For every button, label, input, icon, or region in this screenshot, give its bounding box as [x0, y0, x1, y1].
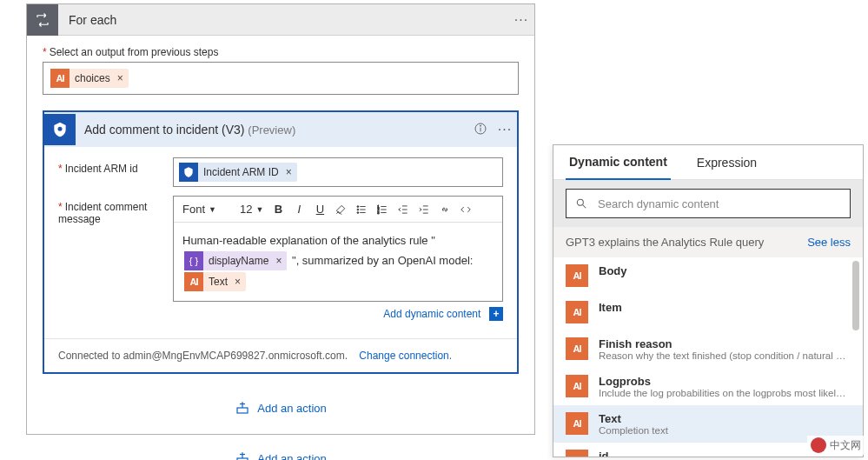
bold-icon[interactable]: B: [268, 200, 288, 219]
underline-icon[interactable]: U: [310, 200, 329, 219]
dynamic-item-subtitle: Reason why the text finished (stop condi…: [599, 350, 851, 361]
svg-line-29: [583, 205, 586, 209]
openai-icon: AI: [566, 337, 588, 360]
add-action-button[interactable]: Add an action: [235, 400, 327, 416]
bullet-list-icon[interactable]: [352, 200, 371, 219]
svg-point-0: [58, 127, 63, 131]
scrollbar[interactable]: [851, 261, 861, 453]
dynamic-content-item[interactable]: AIBody: [553, 257, 863, 294]
change-connection-link[interactable]: Change connection.: [359, 350, 452, 362]
openai-icon: AI: [566, 301, 588, 323]
openai-icon: AI: [566, 412, 588, 435]
openai-icon: AI: [566, 450, 588, 457]
php-logo-icon: [811, 437, 826, 453]
kebab-menu-icon[interactable]: ···: [508, 12, 534, 28]
close-icon[interactable]: ×: [233, 273, 246, 290]
see-less-link[interactable]: See less: [807, 236, 851, 249]
add-step-icon: [235, 450, 250, 460]
close-icon[interactable]: ×: [284, 166, 297, 178]
plus-icon[interactable]: +: [489, 307, 503, 321]
token-text[interactable]: AI Text ×: [184, 272, 246, 291]
rte-content[interactable]: Human-readable explanation of the analyt…: [174, 223, 502, 301]
loop-icon: [27, 4, 58, 36]
arm-id-label: *Incident ARM id: [58, 157, 162, 187]
dynamic-item-subtitle: Include the log probabilities on the log…: [599, 388, 851, 398]
add-action-button[interactable]: Add an action: [235, 450, 327, 460]
action-card: Add comment to incident (V3) (Preview) ·…: [43, 110, 519, 374]
arm-id-field[interactable]: Incident ARM ID ×: [173, 157, 503, 187]
svg-point-8: [357, 211, 359, 213]
rte-toolbar: Font▼ 12▼ B I U 123: [174, 197, 502, 223]
rte-box: Font▼ 12▼ B I U 123: [173, 196, 503, 302]
dynamic-content-panel: Dynamic content Expression GPT3 explains…: [553, 144, 864, 457]
add-step-icon: [235, 400, 250, 416]
dynamic-content-item[interactable]: AIFinish reasonReason why the text finis…: [553, 330, 863, 368]
link-icon[interactable]: [435, 200, 454, 219]
dynamic-item-title: Body: [599, 264, 851, 277]
dynamic-item-title: Text: [599, 412, 851, 425]
outdent-icon[interactable]: [394, 200, 413, 219]
svg-point-3: [480, 125, 480, 126]
close-icon[interactable]: ×: [274, 252, 287, 270]
dynamic-item-title: Item: [599, 301, 851, 314]
indent-icon[interactable]: [414, 200, 434, 219]
token-choices[interactable]: AI choices ×: [50, 69, 129, 88]
dynamic-item-title: Finish reason: [599, 337, 851, 350]
select-output-field[interactable]: AI choices ×: [43, 62, 519, 95]
action-title: Add comment to incident (V3) (Preview): [76, 123, 468, 137]
dynamic-content-item[interactable]: AIItem: [553, 294, 863, 330]
foreach-header[interactable]: For each ···: [27, 4, 534, 36]
font-family-dropdown[interactable]: Font▼: [179, 200, 235, 219]
number-list-icon[interactable]: 123: [373, 200, 392, 219]
expression-icon: { }: [184, 251, 203, 270]
svg-point-6: [357, 209, 359, 210]
sentinel-icon: [44, 114, 76, 145]
svg-point-28: [577, 199, 583, 205]
svg-point-4: [357, 205, 359, 207]
select-output-label: *Select an output from previous steps: [43, 46, 519, 58]
action-header[interactable]: Add comment to incident (V3) (Preview) ·…: [44, 112, 517, 147]
dynamic-content-item[interactable]: AILogprobsInclude the log probabilities …: [553, 368, 863, 405]
search-input-wrapper[interactable]: [566, 189, 851, 218]
dynamic-content-list: AIBodyAIItemAIFinish reasonReason why th…: [553, 257, 863, 457]
foreach-title: For each: [58, 13, 508, 27]
svg-rect-22: [237, 408, 248, 413]
watermark-badge: 中文网: [807, 436, 865, 455]
search-icon: [575, 197, 587, 210]
dynamic-group-header: GPT3 explains the Analytics Rule query S…: [553, 227, 863, 257]
add-dynamic-content-link[interactable]: Add dynamic content: [383, 308, 480, 320]
openai-icon: AI: [566, 375, 588, 397]
svg-text:3: 3: [378, 210, 381, 214]
comment-message-label: *Incident comment message: [58, 196, 162, 321]
kebab-menu-icon[interactable]: ···: [493, 122, 517, 137]
info-icon[interactable]: [468, 122, 493, 138]
dynamic-item-subtitle: Completion text: [599, 425, 851, 436]
highlight-icon[interactable]: [331, 200, 350, 219]
tab-dynamic-content[interactable]: Dynamic content: [566, 145, 671, 180]
tab-expression[interactable]: Expression: [693, 145, 760, 180]
sentinel-icon: [179, 163, 198, 182]
action-footer: Connected to admin@MngEnvMCAP699827.onmi…: [44, 338, 517, 372]
font-size-dropdown[interactable]: 12▼: [236, 200, 267, 219]
openai-icon: AI: [566, 264, 588, 287]
openai-icon: AI: [50, 69, 70, 88]
italic-icon[interactable]: I: [289, 200, 308, 219]
dynamic-item-title: Logprobs: [599, 375, 851, 388]
token-displayname[interactable]: { } displayName ×: [184, 251, 287, 270]
foreach-card: For each ··· *Select an output from prev…: [26, 3, 535, 435]
close-icon[interactable]: ×: [116, 72, 129, 84]
token-incident-arm-id[interactable]: Incident ARM ID ×: [179, 163, 297, 182]
search-input[interactable]: [596, 197, 841, 211]
openai-icon: AI: [184, 272, 203, 291]
code-view-icon[interactable]: [456, 200, 475, 219]
